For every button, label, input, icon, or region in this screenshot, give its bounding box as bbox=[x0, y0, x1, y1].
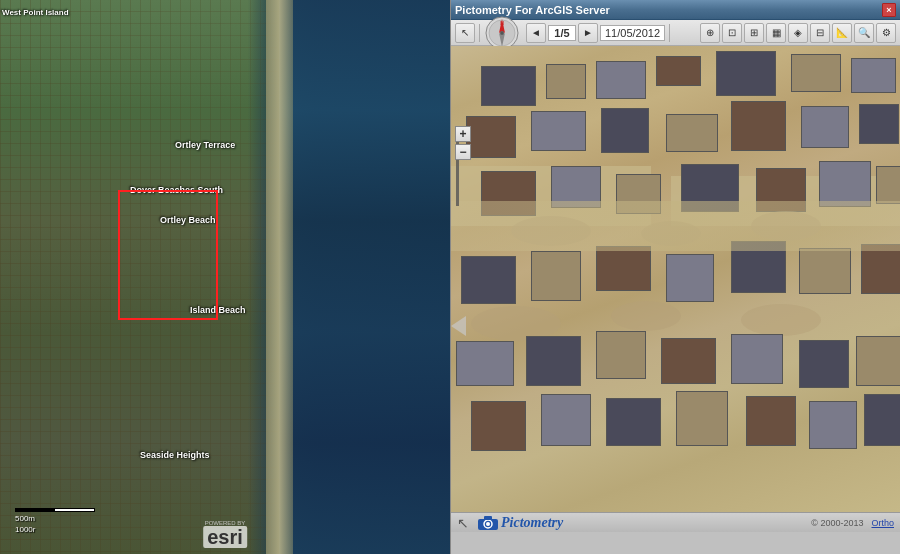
building-24 bbox=[596, 246, 651, 291]
tool-icon-6: ⊟ bbox=[816, 27, 824, 38]
measure-icon: 📐 bbox=[836, 27, 848, 38]
building-5 bbox=[716, 51, 776, 96]
close-button[interactable]: × bbox=[882, 3, 896, 17]
main-container: West Point Island Ortley Terrace Dover B… bbox=[0, 0, 900, 554]
building-9 bbox=[531, 111, 586, 151]
pictometry-logo-text: Pictometry bbox=[501, 515, 563, 531]
label-seaside-heights: Seaside Heights bbox=[140, 450, 210, 461]
debris-5 bbox=[611, 301, 681, 331]
tool-icon-3: ⊞ bbox=[750, 27, 758, 38]
tool-button-zoom-in[interactable]: 🔍 bbox=[854, 23, 874, 43]
svg-text:N: N bbox=[500, 20, 504, 26]
building-32 bbox=[661, 338, 716, 384]
svg-point-4 bbox=[500, 31, 504, 35]
building-13 bbox=[801, 106, 849, 148]
tool-button-5[interactable]: ◈ bbox=[788, 23, 808, 43]
beach-strip bbox=[266, 0, 293, 554]
building-1 bbox=[481, 66, 536, 106]
building-6 bbox=[791, 54, 841, 92]
building-38 bbox=[606, 398, 661, 446]
building-2 bbox=[546, 64, 586, 99]
ortho-button[interactable]: Ortho bbox=[871, 518, 894, 528]
zoom-minus-button[interactable]: − bbox=[455, 144, 471, 160]
tool-button-settings[interactable]: ⚙ bbox=[876, 23, 896, 43]
building-37 bbox=[541, 394, 591, 446]
tool-button-2[interactable]: ⊡ bbox=[722, 23, 742, 43]
building-29 bbox=[456, 341, 514, 386]
date-display: 11/05/2012 bbox=[600, 25, 665, 41]
esri-logo-area: POWERED BY esri bbox=[203, 520, 247, 549]
building-35 bbox=[856, 336, 900, 386]
pointer-tool-button[interactable]: ↖ bbox=[455, 23, 475, 43]
scale-bar: 500m 1000r bbox=[15, 508, 95, 534]
building-40 bbox=[746, 396, 796, 446]
next-frame-button[interactable]: ► bbox=[578, 23, 598, 43]
building-33 bbox=[731, 334, 783, 384]
tool-button-measure[interactable]: 📐 bbox=[832, 23, 852, 43]
central-sand-area bbox=[451, 201, 900, 251]
zoom-plus-button[interactable]: + bbox=[455, 126, 471, 142]
esri-logo-text: esri bbox=[203, 526, 247, 548]
right-toolbar-buttons: ⊕ ⊡ ⊞ ▦ ◈ ⊟ 📐 🔍 ⚙ bbox=[700, 23, 896, 43]
building-41 bbox=[809, 401, 857, 449]
tool-icon-1: ⊕ bbox=[706, 27, 714, 38]
building-36 bbox=[471, 401, 526, 451]
frame-counter: 1/5 bbox=[548, 25, 576, 41]
label-ortley-terrace: Ortley Terrace bbox=[175, 140, 235, 151]
tool-button-3[interactable]: ⊞ bbox=[744, 23, 764, 43]
tool-icon-2: ⊡ bbox=[728, 27, 736, 38]
selection-rectangle bbox=[118, 190, 218, 320]
ocean-block bbox=[279, 0, 450, 554]
building-4 bbox=[656, 56, 701, 86]
svg-rect-9 bbox=[484, 516, 492, 520]
tool-icon-5: ◈ bbox=[794, 27, 802, 38]
toolbar-separator-1 bbox=[479, 24, 480, 42]
scale-text-500: 500m bbox=[15, 514, 95, 523]
building-3 bbox=[596, 61, 646, 99]
svg-point-8 bbox=[486, 522, 490, 526]
building-21 bbox=[876, 166, 900, 204]
building-23 bbox=[531, 251, 581, 301]
settings-icon: ⚙ bbox=[882, 27, 891, 38]
left-arrow-indicator bbox=[451, 316, 466, 336]
debris-6 bbox=[741, 304, 821, 336]
building-14 bbox=[859, 104, 899, 144]
building-34 bbox=[799, 340, 849, 388]
right-panel-pictometry: Pictometry For ArcGIS Server × ↖ bbox=[450, 0, 900, 554]
pictometry-logo: Pictometry bbox=[477, 515, 563, 531]
status-bar: ↖ Pictometry © 2000-2013 Ortho bbox=[451, 512, 900, 532]
scale-line bbox=[15, 508, 95, 512]
buildings-overlay: + − bbox=[451, 46, 900, 512]
building-42 bbox=[864, 394, 900, 446]
image-viewport[interactable]: + − bbox=[451, 46, 900, 512]
tool-icon-4: ▦ bbox=[772, 27, 781, 38]
building-22 bbox=[461, 256, 516, 304]
tool-button-4[interactable]: ▦ bbox=[766, 23, 786, 43]
building-28 bbox=[861, 244, 900, 294]
zoom-controls: + − bbox=[455, 126, 471, 160]
zoom-in-icon: 🔍 bbox=[858, 27, 870, 38]
toolbar: ↖ N ◄ bbox=[451, 20, 900, 46]
prev-frame-button[interactable]: ◄ bbox=[526, 23, 546, 43]
tool-button-6[interactable]: ⊟ bbox=[810, 23, 830, 43]
left-panel-map: West Point Island Ortley Terrace Dover B… bbox=[0, 0, 450, 554]
camera-icon: ↖ bbox=[457, 515, 469, 531]
building-27 bbox=[799, 248, 851, 294]
copyright-text: © 2000-2013 bbox=[811, 518, 863, 528]
scale-text-1000: 1000r bbox=[15, 525, 95, 534]
label-west-point-island: West Point Island bbox=[2, 8, 69, 18]
building-10 bbox=[601, 108, 649, 153]
building-7 bbox=[851, 58, 896, 93]
building-25 bbox=[666, 254, 714, 302]
building-12 bbox=[731, 101, 786, 151]
map-canvas[interactable]: West Point Island Ortley Terrace Dover B… bbox=[0, 0, 450, 554]
building-39 bbox=[676, 391, 728, 446]
building-31 bbox=[596, 331, 646, 379]
building-11 bbox=[666, 114, 718, 152]
scale-half-black bbox=[16, 509, 55, 511]
pointer-icon: ↖ bbox=[461, 27, 469, 38]
building-30 bbox=[526, 336, 581, 386]
toolbar-separator-2 bbox=[669, 24, 670, 42]
pictometry-logo-icon bbox=[477, 515, 499, 531]
tool-button-1[interactable]: ⊕ bbox=[700, 23, 720, 43]
